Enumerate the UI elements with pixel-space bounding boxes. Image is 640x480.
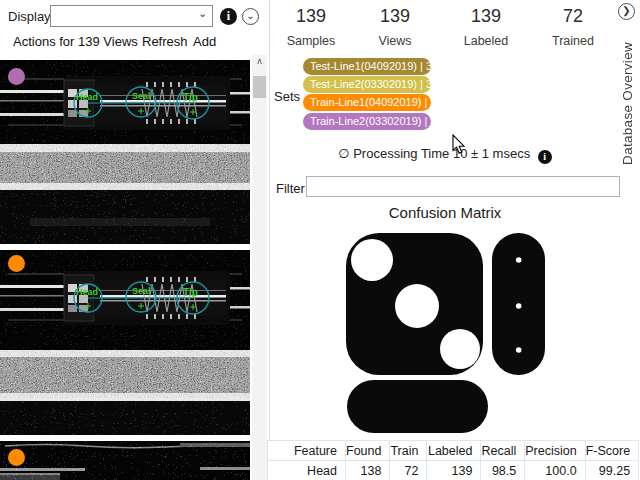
stat-trained-value: 72: [538, 6, 608, 27]
set-tag-label: Test-Line1(04092019) | 33: [310, 58, 438, 75]
cell-found: 138: [346, 461, 390, 480]
col-recall[interactable]: Recall: [481, 441, 525, 461]
tab-database-overview[interactable]: Database Overview: [616, 22, 638, 184]
feature-label-seal: Seal: [132, 286, 151, 296]
stat-samples-label: Samples: [276, 34, 346, 48]
stat-views: 139 Views: [360, 6, 430, 48]
dropdown-arrow-icon[interactable]: ▼: [446, 113, 454, 130]
col-train[interactable]: Train: [390, 441, 427, 461]
panel-toggle-chevron-icon[interactable]: ❯: [618, 3, 635, 20]
feature-label-head: Head: [76, 287, 98, 297]
set-tag-label: Test-Line2(03302019) | 34: [310, 76, 438, 93]
cell-precision: 100.0: [525, 461, 585, 480]
info-icon[interactable]: i: [220, 8, 237, 25]
stat-labeled: 139 Labeled: [451, 6, 521, 48]
confusion-matrix-title: Confusion Matrix: [270, 204, 620, 221]
view-status-badge: [8, 68, 25, 85]
stat-views-label: Views: [360, 34, 430, 48]
dropdown-arrow-icon[interactable]: ▼: [441, 76, 449, 93]
feature-label-tip: Tip: [183, 92, 198, 103]
set-tag-test-line2[interactable]: Test-Line2(03302019) | 34 ▼: [303, 76, 431, 93]
col-found[interactable]: Found: [346, 441, 390, 461]
view-status-badge: [8, 449, 25, 466]
filter-input[interactable]: [306, 176, 620, 197]
cell-recall: 98.5: [481, 461, 525, 480]
cell-train: 72: [390, 461, 427, 480]
expander-chevron-icon[interactable]: ⌄: [242, 8, 259, 25]
set-tag-label: Train-Line1(04092019) | 36: [310, 94, 443, 111]
feature-label-tip: Tip: [183, 287, 198, 298]
feature-label-head: Head: [76, 92, 98, 102]
vertical-scrollbar[interactable]: ∧: [252, 55, 267, 480]
stat-labeled-value: 139: [451, 6, 521, 27]
set-tag-label: Train-Line2(03302019) | 36: [310, 113, 443, 130]
processing-time-text: Processing Time 10 ± 1 msecs: [353, 146, 530, 161]
processing-time-row: ∅ Processing Time 10 ± 1 msecs i: [270, 146, 620, 164]
cell-labeled: 139: [427, 461, 481, 480]
average-symbol: ∅: [338, 146, 349, 161]
col-labeled[interactable]: Labeled: [427, 441, 481, 461]
scrollbar-thumb[interactable]: [253, 76, 266, 98]
stat-labeled-label: Labeled: [451, 34, 521, 48]
actions-menu-button[interactable]: Actions for 139 Views: [13, 34, 138, 49]
display-combobox[interactable]: [50, 5, 213, 27]
panel-divider: [269, 0, 270, 480]
display-label: Display: [8, 9, 51, 24]
add-button[interactable]: Add: [193, 34, 216, 49]
refresh-button[interactable]: Refresh: [142, 34, 188, 49]
stat-samples-value: 139: [276, 6, 346, 27]
confusion-matrix-graphic: [340, 230, 552, 436]
filter-label: Filter: [276, 181, 305, 196]
sets-label: Sets: [274, 89, 300, 104]
view-image-2[interactable]: Head Seal Tip: [0, 250, 250, 435]
mouse-cursor: [452, 134, 466, 155]
dropdown-arrow-icon[interactable]: ▼: [441, 58, 449, 75]
set-tag-test-line1[interactable]: Test-Line1(04092019) | 33 ▼: [303, 58, 431, 75]
side-tab-label: Database Overview: [620, 42, 635, 165]
dropdown-arrow-icon[interactable]: ▼: [446, 94, 454, 111]
view-status-badge: [8, 255, 25, 272]
view-image-1[interactable]: Head Seal Tip: [0, 60, 250, 244]
stat-trained-label: Trained: [538, 34, 608, 48]
cell-feature: Head: [268, 461, 346, 480]
cell-fscore: 99.25: [585, 461, 638, 480]
stat-samples: 139 Samples: [276, 6, 346, 48]
table-header-row: Feature Found Train Labeled Recall Preci…: [268, 441, 639, 461]
table-row[interactable]: Head 138 72 139 98.5 100.0 99.25: [268, 461, 639, 480]
col-precision[interactable]: Precision: [525, 441, 585, 461]
set-tag-train-line1[interactable]: Train-Line1(04092019) | 36 ▼: [303, 94, 431, 111]
col-fscore[interactable]: F-Score: [585, 441, 638, 461]
feature-label-seal: Seal: [132, 91, 151, 101]
set-tag-train-line2[interactable]: Train-Line2(03302019) | 36 ▼: [303, 113, 431, 130]
stat-views-value: 139: [360, 6, 430, 27]
stat-trained: 72 Trained: [538, 6, 608, 48]
col-feature[interactable]: Feature: [268, 441, 346, 461]
scroll-up-icon[interactable]: ∧: [252, 56, 267, 66]
view-image-3[interactable]: [0, 441, 250, 480]
feature-results-table: Feature Found Train Labeled Recall Preci…: [267, 440, 639, 480]
app-window: Display ⌄ i ⌄ Actions for 139 Views Refr…: [0, 0, 640, 480]
info-icon[interactable]: i: [538, 150, 552, 164]
